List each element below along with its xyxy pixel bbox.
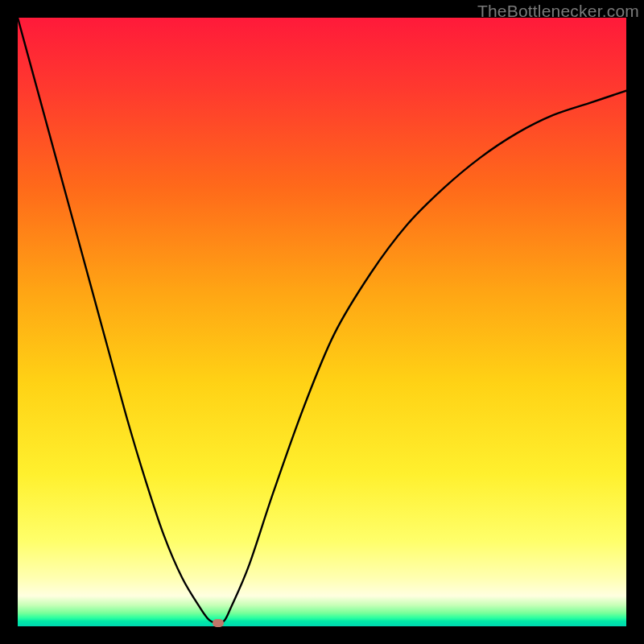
- bottleneck-curve-path: [18, 18, 626, 623]
- chart-frame: [18, 18, 626, 626]
- optimal-point-marker: [213, 619, 224, 627]
- chart-curve-svg: [18, 18, 626, 626]
